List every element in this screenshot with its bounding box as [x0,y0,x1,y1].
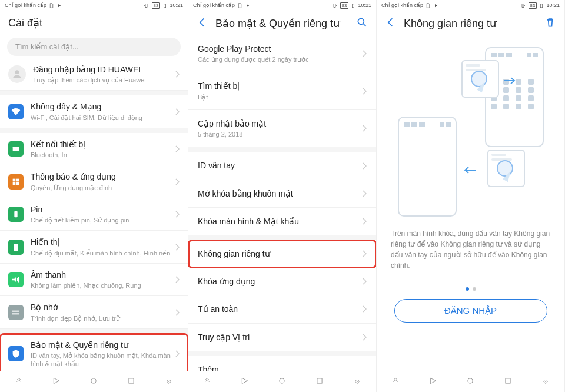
svg-rect-0 [164,4,166,7]
row-title: Âm thanh [31,270,175,280]
security-row[interactable]: Mở khóa bằng khuôn mặt [188,180,376,208]
chevron-right-icon [362,125,367,132]
settings-row[interactable]: Bộ nhớTrình dọn dẹp Bộ nhớ, Lưu trữ [0,296,188,328]
svg-rect-1 [165,4,165,4]
arrow-right-icon [503,77,517,85]
nav-back-button[interactable] [235,374,254,390]
chevron-right-icon [175,178,180,185]
security-list: Google Play ProtectCác ứng dụng được qué… [188,35,376,371]
row-title: Bảo mật & Quyền riêng tư [31,340,175,350]
row-title: Tìm thiết bị [198,81,362,91]
row-icon [8,104,24,119]
row-title: Thông báo & ứng dụng [31,171,175,182]
header: Không gian riêng tư [377,11,564,35]
search-input[interactable]: Tìm kiếm cài đặt... [7,38,181,56]
row-sub: 5 tháng 2, 2018 [198,130,362,138]
hand-bottom-icon [494,158,520,184]
battery-label: 83 [529,2,537,9]
battery-icon [351,3,355,8]
settings-row[interactable]: Bảo mật & Quyền riêng tưID vân tay, Mở k… [0,334,188,371]
nav-expand-button[interactable] [9,374,28,390]
row-title: Không dây & Mạng [31,101,175,112]
settings-row[interactable]: Âm thanhKhông làm phiền, Nhạc chuông, Ru… [0,264,188,296]
battery-label: 83 [340,2,349,9]
row-sub: Bluetooth, In [31,151,175,159]
chevron-right-icon [175,108,180,115]
login-button[interactable]: ĐĂNG NHẬP [394,299,547,323]
settings-row[interactable]: Thông báo & ứng dụngQuyền, Ứng dụng mặc … [0,165,188,198]
security-row[interactable]: Khóa ứng dụng [188,268,376,295]
svg-rect-23 [506,378,510,383]
header: Bảo mật & Quyền riêng tư [188,11,376,35]
settings-row[interactable]: Không dây & MạngWi-Fi, Cài đặt hai SIM, … [0,95,188,128]
nav-back-button[interactable] [47,374,66,390]
chevron-right-icon [362,162,367,170]
time-label: 10:21 [170,2,183,8]
back-button[interactable] [197,16,208,31]
vibrate-icon [331,3,338,8]
row-sub: ID vân tay, Mở khóa bằng khuôn mặt, Khóa… [31,351,175,368]
svg-rect-16 [353,4,354,4]
nav-recent-button[interactable] [122,374,141,390]
security-row[interactable]: Tủ an toàn [188,295,376,323]
row-icon [8,240,24,255]
chevron-right-icon [362,50,367,57]
row-title: Bộ nhớ [31,302,175,313]
nav-expand-button[interactable] [386,374,405,390]
svg-rect-20 [541,4,543,7]
vibrate-icon [143,3,149,8]
row-title: Tủ an toàn [198,304,362,314]
svg-rect-21 [541,4,542,4]
nav-home-button[interactable] [272,374,291,390]
play-icon [433,3,438,8]
search-button[interactable] [356,16,368,31]
settings-row[interactable]: Hiển thịChế độ dịu mắt, Kiểu màn hình ch… [0,231,188,263]
svg-rect-19 [317,378,322,383]
security-row[interactable]: Tìm thiết bịBật [188,72,376,109]
row-icon [8,141,24,157]
row-title: Không gian riêng tư [198,248,362,259]
row-icon [8,174,24,190]
time-label: 10:21 [546,2,560,8]
sim-icon [49,3,54,8]
nav-home-button[interactable] [84,374,103,390]
nav-expand-button[interactable] [198,374,217,390]
security-row[interactable]: Truy cập Vị trí [188,324,376,351]
nav-collapse-button[interactable] [536,374,555,390]
row-title: Google Play Protect [198,44,362,54]
nav-collapse-button[interactable] [348,374,367,390]
back-button[interactable] [385,16,397,31]
nav-home-button[interactable] [461,374,480,390]
chevron-right-icon [175,309,180,316]
hand-top-icon [468,68,494,94]
security-row[interactable]: Không gian riêng tư [188,240,376,268]
chevron-right-icon [362,305,367,313]
row-title: Mở khóa bằng khuôn mặt [198,188,362,199]
row-title: Hiển thị [31,237,175,247]
nav-recent-button[interactable] [310,374,329,390]
svg-point-22 [468,378,473,383]
nav-back-button[interactable] [424,374,443,390]
battery-label: 83 [152,2,161,9]
sim-icon [237,3,242,8]
security-row[interactable]: Google Play ProtectCác ứng dụng được qué… [188,35,376,72]
settings-row[interactable]: PinChế độ tiết kiệm pin, Sử dụng pin [0,198,188,231]
vibrate-icon [520,3,526,8]
security-row[interactable]: Cập nhật bảo mật5 tháng 2, 2018 [188,110,376,147]
row-sub: Chế độ tiết kiệm pin, Sử dụng pin [31,216,175,224]
delete-button[interactable] [544,16,556,31]
login-row[interactable]: Đăng nhập bằng ID HUAWEI Truy cập thêm c… [0,58,188,91]
nav-collapse-button[interactable] [159,374,178,390]
security-row[interactable]: Khóa màn hình & Mật khẩu [188,208,376,235]
status-bar: Chỉ gọi khẩn cấp 83 10:21 [188,0,376,11]
security-row[interactable]: ID vân tay [188,152,376,180]
nav-recent-button[interactable] [498,374,517,390]
nav-bar [377,371,564,392]
settings-row[interactable]: Kết nối thiết bịBluetooth, In [0,133,188,165]
login-sub: Truy cập thêm các dịch vụ của Huawei [33,76,175,84]
svg-rect-11 [12,313,19,314]
page-title: Không gian riêng tư [404,17,537,30]
svg-rect-6 [13,182,16,185]
svg-rect-5 [16,178,19,181]
security-row[interactable]: ThêmKhóa SIM, Quản trị viên thiết bị [188,356,376,371]
